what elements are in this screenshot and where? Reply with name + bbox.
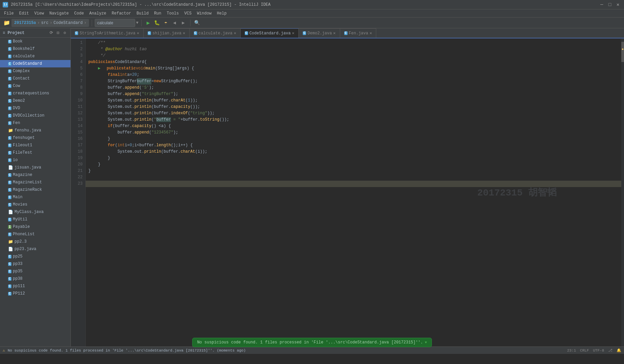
tree-item-pp2-3[interactable]: 📁pp2.3 [0,238,70,245]
menu-build[interactable]: Build [134,10,151,17]
menu-window[interactable]: Window [194,10,214,17]
tree-item-Book[interactable]: CBook [0,38,70,45]
separator3 [190,20,190,26]
debug-button[interactable]: 🐛 [153,19,161,27]
menu-vcs[interactable]: VCS [182,10,195,17]
tree-item-pp35[interactable]: Cpp35 [0,268,70,275]
menu-view[interactable]: View [32,10,47,17]
scroll-thumb[interactable] [621,42,624,62]
tree-item-DVD[interactable]: CDVD [0,104,70,112]
menu-run[interactable]: Run [151,10,164,17]
menu-help[interactable]: Help [214,10,229,17]
tab-calculate-java[interactable]: Ccalculate.java✕ [190,28,241,38]
tree-item-Fen[interactable]: CFen [0,119,70,127]
menu-file[interactable]: File [1,10,17,17]
tree-item-Main[interactable]: CMain [0,193,70,201]
tab-close-button[interactable]: ✕ [333,31,335,36]
search-input[interactable] [95,19,135,27]
tree-item-Bookshelf[interactable]: CBookshelf [0,45,70,53]
tab-icon: C [75,31,78,35]
line-number-7: 7 [71,78,83,85]
code-line-4: public class CodeStandard { [86,59,621,65]
coverage-button[interactable]: ☂ [162,19,170,27]
tree-item-label: PhoneList [13,232,35,237]
code-line-1: /** [86,40,621,46]
tree-item-jisuan-java[interactable]: 📄jisuan.java [0,164,70,171]
menu-refactor[interactable]: Refactor [109,10,134,17]
tree-item-Demo2[interactable]: CDemo2 [0,97,70,104]
back-button[interactable]: ◀ [171,19,179,27]
tree-item-MyUtil[interactable]: CMyUtil [0,216,70,223]
encoding-indicator[interactable]: UTF-8 [593,348,604,353]
tree-item-MagazineList[interactable]: CMagazineList [0,179,70,186]
tree-item-PhoneList[interactable]: CPhoneList [0,231,70,238]
maximize-button[interactable]: □ [606,1,613,8]
tab-Fen-java[interactable]: CFen.java✕ [340,28,377,38]
separator1 [92,20,92,26]
breadcrumb-sep2: › [50,21,52,25]
tree-item-CodeStandard[interactable]: CCodeStandard [0,60,70,67]
tab-CodeStandard-java[interactable]: CCodeStandard.java✕ [241,28,299,38]
tree-item-calculate[interactable]: Ccalculate [0,53,70,60]
find-button[interactable]: 🔍 [193,19,201,27]
code-editor[interactable]: 1234567891011121314151617181920212223 /*… [71,38,624,346]
tree-item-Fileout1[interactable]: CFileout1 [0,142,70,149]
tree-item-Contact[interactable]: CContact [0,75,70,82]
tree-item-pp33[interactable]: Cpp33 [0,260,70,268]
tree-item-pp38[interactable]: Cpp38 [0,275,70,282]
tree-item-Movies[interactable]: CMovies [0,201,70,208]
tab-close-button[interactable]: ✕ [292,31,294,36]
menu-tools[interactable]: Tools [164,10,182,17]
run-button[interactable]: ▶ [144,19,152,27]
tree-item-fenshu-java[interactable]: 📁fenshu.java [0,127,70,134]
notifications-icon[interactable]: 🔔 [617,348,621,353]
code-line-14: if (buffer.capacity() < a) { [86,123,621,129]
menu-navigate[interactable]: Navigate [47,10,71,17]
tree-item-io[interactable]: Cio [0,156,70,164]
tree-item-pp111[interactable]: Cpp111 [0,282,70,290]
scroll-track[interactable] [621,38,624,346]
tree-item-Cow[interactable]: CCow [0,82,70,90]
collapse-all-button[interactable]: ⊟ [55,30,61,36]
breadcrumb[interactable]: 20172315a › src › CodeStandard › [11,19,89,27]
close-button[interactable]: ✕ [615,1,621,8]
tab-close-button[interactable]: ✕ [183,31,185,36]
position-indicator[interactable]: 23:1 [567,348,576,353]
sync-button[interactable]: ⟳ [48,30,54,36]
tab-Demo2-java[interactable]: CDemo2.java✕ [299,28,340,38]
tree-item-pp25[interactable]: Cpp25 [0,253,70,260]
menu-analyze[interactable]: Analyze [87,10,109,17]
tree-item-Complex[interactable]: CComplex [0,67,70,75]
line-ending-indicator[interactable]: CRLF [580,348,589,353]
tree-item-MyClass-java[interactable]: 📄MyClass.java [0,208,70,216]
tree-item-pp23-java[interactable]: 📄pp23.java [0,245,70,253]
tree-item-FileTest[interactable]: CFileTest [0,149,70,156]
tab-close-button[interactable]: ✕ [234,31,236,36]
tree-item-MagazineRack[interactable]: CMagazineRack [0,186,70,193]
tree-item-label: Fileout1 [13,143,32,148]
search-dropdown-icon[interactable]: ▼ [136,21,138,25]
tab-close-button[interactable]: ✕ [137,31,139,36]
settings-gear-icon[interactable]: ⚙ [62,30,68,36]
forward-button[interactable]: ▶ [179,19,187,27]
tab-shijian-java[interactable]: Cshijian.java✕ [144,28,190,38]
tree-item-Payable[interactable]: IPayable [0,223,70,231]
tree-item-label: MyUtil [13,217,27,222]
tree-item-DVDCollection[interactable]: CDVDCollection [0,112,70,119]
code-content[interactable]: /** * @author huzhi tao */public class C… [86,38,621,346]
menu-code[interactable]: Code [71,10,87,17]
tab-StringToArithmetic-java[interactable]: CStringToArithmetic.java✕ [71,28,144,38]
tree-item-fenshuget[interactable]: Cfenshuget [0,134,70,142]
status-message: No suspicious code found. 1 files proces… [8,348,246,353]
tree-item-label: pp23.java [14,247,36,251]
code-line-5: ▶ public static void main(String[] args)… [86,65,621,72]
status-bar: ⚠ No suspicious code found. 1 files proc… [0,346,624,354]
menu-edit[interactable]: Edit [17,10,32,17]
tree-item-Magazine[interactable]: CMagazine [0,171,70,179]
tree-item-PP112[interactable]: CPP112 [0,290,70,297]
tab-label: CodeStandard.java [249,31,291,36]
tree-item-createquestions[interactable]: Ccreatequestions [0,90,70,97]
minimize-button[interactable]: ─ [598,1,605,8]
tab-close-button[interactable]: ✕ [369,31,372,36]
code-line-11: System.out.println(buffer.capacity()); [86,104,621,110]
